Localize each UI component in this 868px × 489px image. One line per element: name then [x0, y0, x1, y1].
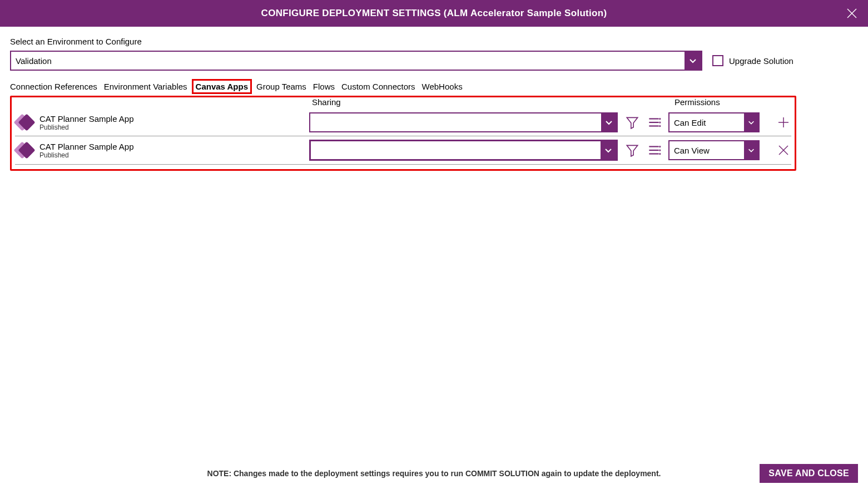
svg-point-8: [660, 126, 661, 126]
filter-icon: [625, 115, 639, 130]
chevron-down-icon: [601, 141, 616, 159]
filter-button[interactable]: [624, 142, 639, 158]
svg-point-7: [660, 122, 661, 122]
upgrade-solution-checkbox[interactable]: [712, 55, 723, 66]
powerapps-icon: [15, 113, 34, 131]
tab-connection-references[interactable]: Connection References: [10, 81, 97, 92]
svg-marker-2: [627, 117, 638, 129]
chevron-down-icon: [601, 113, 617, 131]
close-button[interactable]: [846, 7, 858, 19]
list-icon: [647, 143, 661, 157]
powerapps-icon: [15, 141, 34, 159]
svg-point-17: [660, 154, 661, 154]
chevron-down-icon: [744, 113, 758, 131]
dialog-footer: NOTE: Changes made to the deployment set…: [0, 469, 868, 478]
upgrade-solution-option: Upgrade Solution: [712, 55, 793, 66]
svg-point-16: [660, 150, 661, 150]
canvas-apps-panel: Sharing Permissions CAT Planner Sample A…: [10, 96, 796, 171]
svg-point-15: [660, 146, 661, 147]
app-name: CAT Planner Sample App: [39, 114, 134, 124]
permission-select[interactable]: Can View: [668, 140, 760, 160]
list-button[interactable]: [647, 142, 662, 158]
filter-button[interactable]: [624, 115, 639, 130]
svg-marker-11: [627, 145, 638, 156]
save-and-close-button[interactable]: SAVE AND CLOSE: [760, 464, 858, 483]
column-header-app: [15, 97, 312, 107]
filter-icon: [625, 143, 639, 157]
add-row-button[interactable]: [776, 115, 791, 130]
permission-value: Can View: [669, 141, 744, 159]
column-header-permissions: Permissions: [672, 97, 791, 107]
environment-select[interactable]: Validation: [10, 51, 702, 71]
list-icon: [647, 115, 661, 130]
dialog-title: CONFIGURE DEPLOYMENT SETTINGS (ALM Accel…: [261, 8, 607, 19]
chevron-down-icon: [744, 141, 758, 159]
footer-note: NOTE: Changes made to the deployment set…: [207, 469, 661, 478]
sharing-select[interactable]: [309, 112, 618, 132]
app-row: CAT Planner Sample App Published Can Vie…: [15, 136, 791, 165]
sharing-value: [310, 113, 602, 131]
plus-icon: [777, 116, 790, 129]
tab-flows[interactable]: Flows: [313, 81, 335, 92]
app-status: Published: [39, 151, 134, 159]
environment-select-value: Validation: [11, 52, 685, 70]
svg-point-6: [660, 118, 661, 119]
close-icon: [846, 8, 857, 19]
tab-environment-variables[interactable]: Environment Variables: [104, 81, 187, 92]
close-icon: [778, 145, 789, 156]
app-row: CAT Planner Sample App Published Can Edi…: [15, 109, 791, 136]
permission-select[interactable]: Can Edit: [668, 112, 760, 132]
list-button[interactable]: [647, 115, 662, 130]
tab-group-teams[interactable]: Group Teams: [256, 81, 306, 92]
app-name: CAT Planner Sample App: [39, 142, 134, 151]
upgrade-solution-label: Upgrade Solution: [729, 56, 793, 66]
remove-row-button[interactable]: [776, 142, 791, 158]
tabs-bar: Connection References Environment Variab…: [10, 81, 858, 92]
environment-label: Select an Environment to Configure: [10, 37, 858, 46]
sharing-value: [311, 141, 601, 159]
app-status: Published: [39, 124, 134, 131]
dialog-header: CONFIGURE DEPLOYMENT SETTINGS (ALM Accel…: [0, 0, 868, 27]
tab-custom-connectors[interactable]: Custom Connectors: [341, 81, 415, 92]
chevron-down-icon: [685, 52, 701, 70]
permission-value: Can Edit: [669, 113, 744, 131]
sharing-select[interactable]: [309, 140, 618, 161]
tab-webhooks[interactable]: WebHooks: [422, 81, 463, 92]
column-header-sharing: Sharing: [312, 97, 672, 107]
tab-canvas-apps[interactable]: Canvas Apps: [192, 79, 252, 94]
